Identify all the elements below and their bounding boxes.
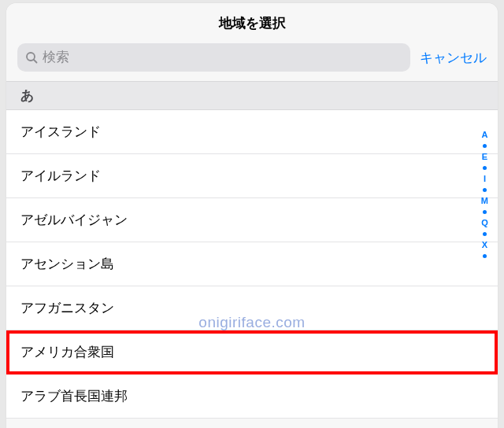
list-item[interactable]: アフガニスタン: [6, 286, 498, 330]
region-list: アイスランド アイルランド アゼルバイジャン アセンション島 アフガニスタン ア…: [6, 110, 498, 419]
index-dot-icon: [483, 232, 487, 236]
index-dot-icon: [483, 144, 487, 148]
index-letter[interactable]: A: [478, 129, 491, 141]
modal-header: 地域を選択: [6, 3, 498, 40]
list-item[interactable]: アイスランド: [6, 110, 498, 154]
list-item-label: アセンション島: [20, 256, 114, 271]
search-icon: [25, 51, 38, 64]
svg-line-1: [34, 60, 37, 63]
list-item[interactable]: アセンション島: [6, 242, 498, 286]
list-item-label: アメリカ合衆国: [20, 345, 114, 360]
page-title: 地域を選択: [6, 14, 498, 32]
index-dot-icon: [483, 210, 487, 214]
list-item-label: アイスランド: [20, 124, 101, 139]
search-box[interactable]: [17, 43, 410, 72]
index-letter[interactable]: I: [480, 173, 489, 185]
index-letter[interactable]: Q: [478, 217, 491, 229]
list-item-label: アフガニスタン: [20, 301, 114, 315]
list-item[interactable]: アラブ首長国連邦: [6, 374, 498, 419]
index-dot-icon: [483, 166, 487, 170]
list-item[interactable]: アゼルバイジャン: [6, 198, 498, 242]
cancel-button[interactable]: キャンセル: [420, 49, 487, 67]
list-item-label: アラブ首長国連邦: [20, 389, 128, 404]
section-header: あ: [6, 81, 498, 110]
index-dot-icon: [483, 188, 487, 192]
region-select-modal: 地域を選択 キャンセル あ アイスランド アイルランド アゼルバイジャン アセン…: [6, 3, 498, 428]
index-letter[interactable]: X: [479, 239, 491, 251]
search-input[interactable]: [43, 50, 402, 65]
list-item-highlighted[interactable]: アメリカ合衆国: [6, 330, 498, 374]
list-item-label: アイルランド: [20, 168, 101, 183]
list-item-label: アゼルバイジャン: [20, 212, 128, 227]
alphabet-index-bar[interactable]: A E I M Q X: [478, 129, 491, 258]
list-item[interactable]: アイルランド: [6, 154, 498, 198]
index-letter[interactable]: E: [479, 151, 491, 163]
index-dot-icon: [483, 254, 487, 258]
search-row: キャンセル: [6, 40, 498, 81]
index-letter[interactable]: M: [478, 195, 491, 207]
